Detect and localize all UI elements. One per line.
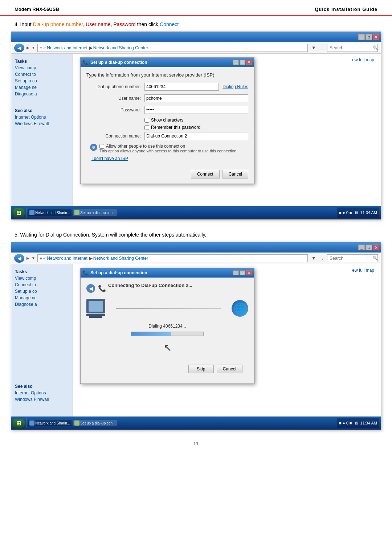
taskbar2-btn-network[interactable]: Network and Sharin...: [35, 421, 70, 425]
conn-name-input[interactable]: [144, 132, 248, 140]
phone-input[interactable]: [144, 83, 219, 91]
taskbar2-btn-setup[interactable]: Set up a dial-up con...: [80, 421, 115, 425]
dial-icon-2: 📞: [98, 284, 106, 292]
sidebar2-tasks-title: Tasks: [11, 268, 73, 275]
dialog-content-1: Type the information from your Internet …: [81, 67, 254, 166]
modem-label: Modem: [15, 7, 31, 12]
sidebar2-item-setup[interactable]: Set up a co: [11, 288, 73, 295]
minimize-btn-1[interactable]: _: [358, 34, 365, 40]
cancel-button-2[interactable]: Cancel: [217, 365, 242, 373]
start-button-1[interactable]: ⊞: [13, 208, 25, 217]
step5-text: Waiting for Dial-up Connection. System w…: [20, 232, 207, 238]
dialog-min-1[interactable]: _: [233, 60, 239, 65]
back-button-1[interactable]: ◀: [14, 44, 24, 52]
dialing-rules-link[interactable]: Dialing Rules: [222, 84, 248, 89]
search-icon-2: 🔍: [373, 256, 378, 260]
forward-arrow-1[interactable]: ▶: [26, 46, 29, 50]
sidebar2-item-connect[interactable]: Connect to: [11, 282, 73, 288]
sidebar2-internet-options[interactable]: Internet Options: [11, 390, 73, 396]
dialog-2: 📞 Set up a dial-up connection _ □ ✕ ◀: [80, 268, 254, 384]
connection-line: [116, 308, 221, 309]
sidebar-item-connect[interactable]: Connect to: [11, 71, 73, 78]
form-row-connname: Connection name:: [86, 132, 248, 140]
sidebar2-item-diagnose[interactable]: Diagnose a: [11, 301, 73, 308]
dialog-max-1[interactable]: □: [240, 60, 245, 65]
dialog-box-1: 📞 Set up a dial-up connection _ □ ✕ Type…: [80, 57, 254, 184]
down-arrow-1[interactable]: ▼: [32, 46, 35, 50]
back-button-2[interactable]: ◀: [14, 254, 24, 263]
main-layout-1: Tasks View comp Connect to Set up a co M…: [11, 54, 381, 206]
skip-button[interactable]: Skip: [188, 365, 214, 373]
sidebar-item-manage[interactable]: Manage ne: [11, 84, 73, 91]
password-label: Password:: [86, 107, 144, 112]
start-button-2[interactable]: ⊞: [13, 419, 25, 428]
search-input-1[interactable]: [327, 44, 378, 52]
sidebar2-item-viewcomp[interactable]: View comp: [11, 275, 73, 282]
close-btn-2[interactable]: ✕: [373, 245, 379, 250]
sys-tray-1: ■ ● 0 ■ 🖥 11:34 AM: [337, 208, 379, 218]
sidebar2-item-manage[interactable]: Manage ne: [11, 295, 73, 301]
taskbar-icon-network: [29, 210, 34, 215]
dialog-max-2[interactable]: □: [240, 270, 245, 275]
full-map-link[interactable]: ew full map: [344, 57, 378, 63]
close-btn-1[interactable]: ✕: [373, 34, 379, 40]
main-layout-2: Tasks View comp Connect to Set up a co M…: [11, 264, 381, 416]
dialog-footer-2: Skip Cancel: [86, 357, 248, 378]
taskbar2-icon-network: [29, 420, 34, 426]
dialog-close-2[interactable]: ✕: [246, 270, 252, 275]
show-chars-checkbox[interactable]: [144, 118, 149, 123]
connect-button[interactable]: Connect: [191, 170, 220, 178]
allow-others-checkbox[interactable]: [99, 144, 104, 149]
step5-number: 5.: [15, 232, 19, 238]
forward-arrow-2[interactable]: ▶: [26, 256, 29, 260]
path-link-3[interactable]: « Network and Internet: [43, 256, 87, 261]
down-arrow-2[interactable]: ▼: [32, 256, 35, 260]
restore-btn-1[interactable]: □: [366, 34, 372, 40]
globe-graphic: 🌐: [232, 300, 248, 317]
address-path-2: ≡ « Network and Internet ▶ Network and S…: [37, 254, 308, 262]
username-input[interactable]: [144, 94, 248, 102]
checkbox-show-chars: Show characters: [86, 118, 248, 123]
sidebar-1: Tasks View comp Connect to Set up a co M…: [11, 54, 73, 206]
dialog-box-2: 📞 Set up a dial-up connection _ □ ✕ ◀: [80, 268, 254, 384]
sidebar2-tasks-section: Tasks View comp Connect to Set up a co M…: [11, 268, 73, 308]
path-link-1[interactable]: « Network and Internet: [43, 45, 87, 50]
start-orb-2: ⊞: [16, 420, 21, 427]
dialing-text: Dialing 40661234...: [86, 324, 248, 329]
dialog-1: 📞 Set up a dial-up connection _ □ ✕ Type…: [80, 57, 254, 184]
network-tray-icon-2: 🖥: [354, 421, 358, 425]
dialog-min-2[interactable]: _: [233, 270, 239, 275]
dialog-close-1[interactable]: ✕: [246, 60, 252, 65]
path-link-2[interactable]: Network and Sharing Center: [93, 45, 148, 50]
taskbar-btn-network[interactable]: Network and Sharin...: [35, 211, 70, 215]
remember-pw-checkbox[interactable]: [144, 125, 149, 130]
taskbar2-icon-setup: [74, 420, 79, 426]
conn-name-label: Connection name:: [86, 134, 144, 139]
restore-btn-2[interactable]: □: [366, 245, 372, 250]
sidebar-item-setup[interactable]: Set up a co: [11, 78, 73, 84]
content-area-2: 📞 Set up a dial-up connection _ □ ✕ ◀: [73, 264, 341, 416]
title-bar-2: _ □ ✕: [11, 242, 381, 253]
sidebar-item-diagnose[interactable]: Diagnose a: [11, 91, 73, 97]
password-input[interactable]: [144, 106, 248, 114]
taskbar-2: ⊞ Network and Sharin... Set up a dial-up…: [11, 416, 381, 430]
taskbar-btn-setup[interactable]: Set up a dial-up con...: [80, 211, 115, 215]
dialog-subtitle-1: Type the information from your Internet …: [86, 72, 248, 78]
search-input-2[interactable]: [327, 254, 378, 262]
anim-row: 🌐: [86, 299, 248, 318]
full-map-link-2[interactable]: ew full map: [344, 267, 378, 274]
sidebar-item-viewcomp[interactable]: View comp: [11, 65, 73, 71]
remember-pw-label: Remember this password: [151, 125, 200, 130]
cancel-button-1[interactable]: Cancel: [222, 170, 248, 178]
dialog-title-text-1: Set up a dial-up connection: [90, 60, 147, 65]
sidebar-windows-firewall[interactable]: Windows Firewall: [11, 120, 73, 127]
header-left: Modem RNX-56USB: [15, 7, 59, 12]
sidebar-internet-options[interactable]: Internet Options: [11, 114, 73, 120]
dialog-back-btn[interactable]: ◀: [86, 284, 95, 293]
sidebar2-windows-firewall[interactable]: Windows Firewall: [11, 396, 73, 403]
no-isp-link[interactable]: I don't have an ISP: [86, 156, 248, 161]
path-link-4[interactable]: Network and Sharing Center: [93, 256, 148, 261]
minimize-btn-2[interactable]: _: [358, 245, 365, 250]
form-row-password: Password:: [86, 106, 248, 114]
tray-icons-2: ■ ● 0 ■: [339, 421, 352, 425]
